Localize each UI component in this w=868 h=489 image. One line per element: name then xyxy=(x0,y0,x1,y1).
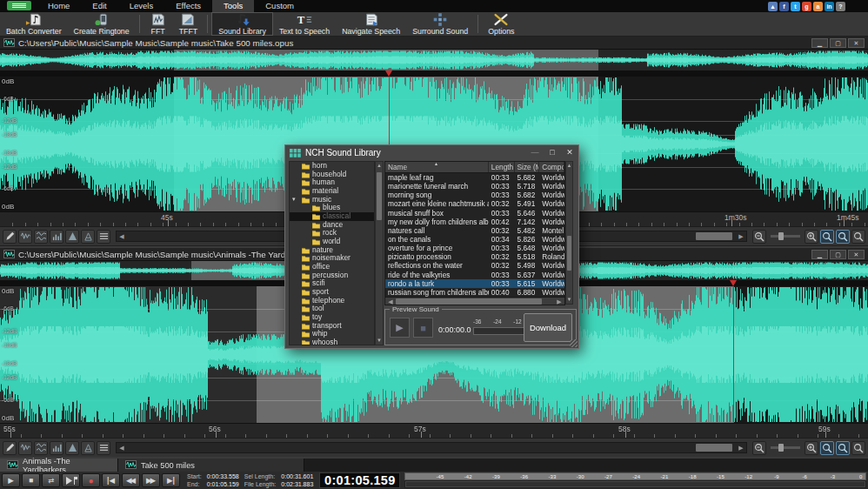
folder-item-whoosh[interactable]: whoosh xyxy=(290,338,374,345)
edit-pencil-button[interactable] xyxy=(3,230,17,244)
like-icon[interactable]: ▲ xyxy=(768,2,778,11)
dialog-resize-grip[interactable] xyxy=(570,339,578,347)
scroll-left-arrow[interactable]: ◀ xyxy=(117,443,127,452)
zoom-slider[interactable] xyxy=(771,446,800,449)
zoom-vertical-button[interactable] xyxy=(851,230,865,244)
go-end-button[interactable]: ▶| xyxy=(162,473,180,487)
waveform-dual-view-button[interactable] xyxy=(34,230,48,244)
toolbar-sound-library-button[interactable]: Sound Library xyxy=(211,12,273,36)
menu-tab-home[interactable]: Home xyxy=(37,0,81,12)
sound-row[interactable]: my new dolly from childrens album op 390… xyxy=(385,218,564,226)
scroll-thumb[interactable] xyxy=(696,232,732,240)
dialog-maximize-button[interactable]: □ xyxy=(544,146,561,159)
window1-titlebar[interactable]: C:\Users\Public\Music\Sample Music\Sampl… xyxy=(0,37,868,50)
tree-expand-chevron[interactable]: ▾ xyxy=(292,195,296,204)
view-options-list-button[interactable] xyxy=(97,441,110,455)
sound-row[interactable]: russian song from childrens album op 390… xyxy=(385,288,564,297)
googleplus-icon[interactable]: g xyxy=(802,2,811,11)
zoom-out-button[interactable] xyxy=(752,441,766,455)
sound-row[interactable]: morning song00:335.682Worldwid xyxy=(385,191,564,199)
toolbar-fft-button[interactable]: FFT xyxy=(144,12,173,36)
window1-overview-waveform[interactable] xyxy=(0,50,868,70)
rewind-button[interactable]: ◀◀ xyxy=(122,473,140,487)
window2-close-button[interactable]: ✕ xyxy=(848,250,865,259)
zoom-in-button[interactable] xyxy=(805,230,818,244)
zoom-vertical-button[interactable] xyxy=(851,441,865,455)
dialog-titlebar[interactable]: NCH Sound Library — □ ✕ xyxy=(285,145,578,160)
loop-button[interactable]: ⇄ xyxy=(42,473,60,487)
menu-tab-levels[interactable]: Levels xyxy=(118,0,164,12)
record-button[interactable]: ● xyxy=(82,473,100,487)
dialog-minimize-button[interactable]: — xyxy=(526,146,544,159)
column-header-compose[interactable]: Compose xyxy=(539,162,564,172)
tree-scroll-up-arrow[interactable]: ▲ xyxy=(376,162,383,170)
list-scroll-down-arrow[interactable]: ▼ xyxy=(566,296,572,304)
toolbar-text-to-speech-button[interactable]: TText to Speech xyxy=(273,12,336,36)
column-header-length[interactable]: Length xyxy=(489,162,515,172)
tree-scrollbar[interactable]: ▲ ▼ xyxy=(375,161,384,345)
tree-scroll-down-arrow[interactable]: ▼ xyxy=(376,337,383,345)
file-tab-2[interactable]: Take 500 miles xyxy=(118,459,304,472)
sound-row[interactable]: pizicatto procession00:325.518Roland S xyxy=(385,252,564,261)
main-menu-icon[interactable] xyxy=(7,1,31,10)
zoom-full-button[interactable] xyxy=(836,230,850,244)
play-selection-button[interactable] xyxy=(62,473,80,487)
window2-timeline[interactable]: 55s56s57s58s59s xyxy=(0,423,868,438)
zoom-slider[interactable] xyxy=(771,235,800,238)
sound-row[interactable]: mozart eine kleine nachtmusik allegro00:… xyxy=(385,199,564,208)
waveform-view-button[interactable] xyxy=(18,230,32,244)
share-icon[interactable]: a xyxy=(813,2,823,11)
zoom-selection-button[interactable] xyxy=(820,230,834,244)
scroll-thumb[interactable] xyxy=(696,444,732,452)
window1-maximize-button[interactable]: ▢ xyxy=(830,38,846,48)
tree-scroll-thumb[interactable] xyxy=(377,172,382,220)
toolbar-surround-sound-button[interactable]: Surround Sound xyxy=(406,12,474,36)
sound-row[interactable]: on the canals00:345.826Worldwid xyxy=(385,235,564,244)
sound-row[interactable]: musical snuff box00:335.646Worldwid xyxy=(385,209,564,218)
toolbar-navigate-speech-button[interactable]: Navigate Speech xyxy=(336,12,406,36)
spectrogram-view-button[interactable] xyxy=(65,441,79,455)
scroll-right-arrow[interactable]: ▶ xyxy=(736,443,746,452)
menu-tab-edit[interactable]: Edit xyxy=(81,0,117,12)
facebook-icon[interactable]: f xyxy=(779,2,789,11)
scroll-left-arrow[interactable]: ◀ xyxy=(117,231,127,241)
spectrum-view-button[interactable] xyxy=(50,441,63,455)
dialog-close-button[interactable]: ✕ xyxy=(561,146,578,159)
waveform-view-button[interactable] xyxy=(18,441,32,455)
stop-button[interactable]: ■ xyxy=(22,473,40,487)
list-scroll-up-arrow[interactable]: ▲ xyxy=(566,162,572,170)
window2-minimize-button[interactable]: ▁ xyxy=(811,250,828,259)
zoom-slider-thumb[interactable] xyxy=(778,444,784,452)
window1-minimize-button[interactable]: ▁ xyxy=(811,38,828,48)
menu-tab-custom[interactable]: Custom xyxy=(254,0,305,12)
sound-list-hscrollbar[interactable]: ◀ ▶ xyxy=(385,297,564,305)
zoom-selection-button[interactable] xyxy=(820,441,834,455)
zoom-slider-thumb[interactable] xyxy=(778,232,784,240)
sound-row[interactable]: natures call00:325.482Montel Br xyxy=(385,226,564,235)
sound-row[interactable]: ride of the valkyries00:335.637Worldwid xyxy=(385,271,564,279)
toolbar-batch-converter-button[interactable]: Batch Converter xyxy=(0,12,68,36)
zoom-in-button[interactable] xyxy=(805,441,818,455)
sound-row[interactable]: reflections on the water00:325.498Worldw… xyxy=(385,261,564,270)
window2-maximize-button[interactable]: ▢ xyxy=(830,250,846,259)
twitter-icon[interactable]: t xyxy=(791,2,800,11)
fast-forward-button[interactable]: ▶▶ xyxy=(142,473,160,487)
sound-row[interactable]: maple leaf rag00:335.682Worldwid xyxy=(385,173,564,182)
list-hscroll-thumb[interactable] xyxy=(396,298,542,305)
zoom-out-button[interactable] xyxy=(752,230,766,244)
edit-pencil-button[interactable] xyxy=(3,441,17,455)
linkedin-icon[interactable]: in xyxy=(825,2,834,11)
tempo-view-button[interactable] xyxy=(81,441,95,455)
sound-row[interactable]: marionette funeral march00:335.718Worldw… xyxy=(385,182,564,191)
tempo-view-button[interactable] xyxy=(81,230,95,244)
view-options-list-button[interactable] xyxy=(97,230,110,244)
list-vscroll-thumb[interactable] xyxy=(567,236,571,271)
go-start-button[interactable]: |◀ xyxy=(102,473,120,487)
preview-play-button[interactable]: ▶ xyxy=(390,318,410,338)
waveform-dual-view-button[interactable] xyxy=(34,441,48,455)
spectrogram-view-button[interactable] xyxy=(65,230,79,244)
list-scroll-right-arrow[interactable]: ▶ xyxy=(554,298,564,305)
help-icon[interactable]: ? xyxy=(836,2,845,11)
zoom-full-button[interactable] xyxy=(836,441,850,455)
toolbar-create-ringtone-button[interactable]: Create Ringtone xyxy=(68,12,136,36)
